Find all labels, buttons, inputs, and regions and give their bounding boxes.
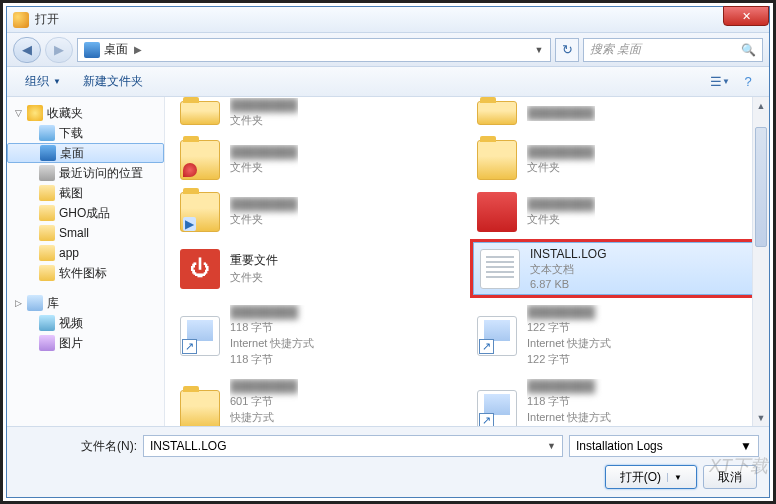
sidebar-item-2[interactable]: 最近访问的位置 [7, 163, 164, 183]
file-type: 文本文档 [530, 262, 606, 277]
filename-dropdown-icon[interactable]: ▼ [547, 441, 556, 451]
doc-icon [480, 249, 520, 289]
media-icon [39, 315, 55, 331]
short-icon [180, 316, 220, 356]
file-name: ████████ [230, 379, 298, 393]
sidebar-item-3[interactable]: 截图 [7, 183, 164, 203]
file-size: 122 字节 [527, 352, 611, 367]
sidebar-item-6[interactable]: app [7, 243, 164, 263]
sidebar-item-1[interactable]: 桌面 [7, 143, 164, 163]
file-type: 118 字节 [527, 394, 611, 409]
file-item[interactable]: ████████ 文件夹 [470, 135, 761, 185]
open-button[interactable]: 打开(O) ▼ [605, 465, 697, 489]
nav-row: ◀ ▶ 桌面 ▶ ▼ ↻ 搜索 桌面 🔍 [7, 33, 769, 67]
sidebar-favorites-header[interactable]: ▽收藏夹 [7, 103, 164, 123]
organize-menu[interactable]: 组织 ▼ [17, 69, 69, 94]
short-icon [477, 316, 517, 356]
file-type: Internet 快捷方式 [230, 336, 314, 351]
file-name: INSTALL.LOG [530, 247, 606, 261]
file-size: 118 字节 [230, 352, 314, 367]
file-item[interactable]: ⏻ 重要文件 文件夹 [173, 239, 464, 298]
folder-icon [180, 390, 220, 426]
file-item[interactable]: ████████ 118 字节 Internet 快捷方式118 字节 [173, 300, 464, 372]
search-input[interactable]: 搜索 桌面 🔍 [583, 38, 763, 62]
chevron-right-icon[interactable]: ▶ [134, 44, 142, 55]
folder-icon [39, 125, 55, 141]
file-item[interactable]: ████████ 118 字节 Internet 快捷方式118 字节 [470, 374, 761, 426]
file-list: ████████ 文件夹 ████████ ████████ 文件夹 █████… [165, 97, 769, 426]
toolbar: 组织 ▼ 新建文件夹 ☰ ▼ ? [7, 67, 769, 97]
close-button[interactable]: ✕ [723, 6, 769, 26]
folder-icon [39, 245, 55, 261]
folder-icon [477, 101, 517, 125]
breadcrumb-location: 桌面 [104, 41, 128, 58]
file-item[interactable]: ████████ 文件夹 [173, 187, 464, 237]
folder-icon [477, 140, 517, 180]
chevron-down-icon: ▼ [53, 77, 61, 86]
file-item[interactable]: ████████ 文件夹 [470, 187, 761, 237]
file-item[interactable]: ████████ 文件夹 [173, 135, 464, 185]
star-icon [27, 105, 43, 121]
sidebar-item-5[interactable]: Small [7, 223, 164, 243]
file-name: ████████ [527, 379, 611, 393]
file-type: 122 字节 [527, 320, 611, 335]
file-item[interactable]: ████████ 601 字节 快捷方式601 字节 [173, 374, 464, 426]
scroll-down-button[interactable]: ▼ [753, 409, 769, 426]
short-icon [477, 390, 517, 426]
sidebar-lib-item-1[interactable]: 图片 [7, 333, 164, 353]
sidebar-item-4[interactable]: GHO成品 [7, 203, 164, 223]
file-name: ████████ [230, 145, 298, 159]
red-icon [477, 192, 517, 232]
sidebar-lib-item-0[interactable]: 视频 [7, 313, 164, 333]
breadcrumb[interactable]: 桌面 ▶ ▼ [77, 38, 551, 62]
file-name: ████████ [230, 305, 314, 319]
file-size: 6.87 KB [530, 278, 606, 290]
file-type-filter[interactable]: Installation Logs ▼ [569, 435, 759, 457]
power-icon: ⏻ [180, 249, 220, 289]
folder-icon [39, 225, 55, 241]
footer: 文件名(N): INSTALL.LOG ▼ Installation Logs … [7, 426, 769, 497]
titlebar: 打开 ✕ [7, 7, 769, 33]
file-name: ████████ [230, 98, 298, 112]
open-split-icon[interactable]: ▼ [667, 473, 682, 482]
refresh-button[interactable]: ↻ [555, 38, 579, 62]
file-name: ████████ [527, 305, 611, 319]
file-type: 文件夹 [230, 270, 278, 285]
scrollbar[interactable]: ▲ ▼ [752, 97, 769, 426]
file-item[interactable]: ████████ [470, 97, 761, 133]
sidebar-item-7[interactable]: 软件图标 [7, 263, 164, 283]
search-icon: 🔍 [741, 43, 756, 57]
file-type: Internet 快捷方式 [527, 336, 611, 351]
folder-icon [180, 101, 220, 125]
folder-icon [40, 145, 56, 161]
file-name: ████████ [527, 197, 595, 211]
scroll-thumb[interactable] [755, 127, 767, 247]
view-options-button[interactable]: ☰ ▼ [709, 71, 731, 93]
new-folder-button[interactable]: 新建文件夹 [75, 69, 151, 94]
sidebar-item-0[interactable]: 下载 [7, 123, 164, 143]
chevron-down-icon: ▼ [740, 439, 752, 453]
file-item[interactable]: ████████ 文件夹 [173, 97, 464, 133]
back-button[interactable]: ◀ [13, 37, 41, 63]
folder-arrow-icon [180, 192, 220, 232]
filename-input[interactable]: INSTALL.LOG ▼ [143, 435, 563, 457]
library-icon [27, 295, 43, 311]
filename-label: 文件名(N): [17, 438, 137, 455]
file-type: 118 字节 [230, 320, 314, 335]
folder-shield-icon [180, 140, 220, 180]
forward-button[interactable]: ▶ [45, 37, 73, 63]
scroll-up-button[interactable]: ▲ [753, 97, 769, 114]
cancel-button[interactable]: 取消 [703, 465, 757, 489]
highlighted-file: INSTALL.LOG 文本文档 6.87 KB [470, 239, 761, 298]
folder-icon [39, 165, 55, 181]
app-icon [13, 12, 29, 28]
folder-icon [39, 205, 55, 221]
file-type: 快捷方式 [230, 410, 298, 425]
help-button[interactable]: ? [737, 71, 759, 93]
search-placeholder: 搜索 桌面 [590, 41, 741, 58]
folder-icon [39, 265, 55, 281]
file-item[interactable]: ████████ 122 字节 Internet 快捷方式122 字节 [470, 300, 761, 372]
breadcrumb-dropdown[interactable]: ▼ [530, 45, 548, 55]
sidebar-libraries-header[interactable]: ▷库 [7, 293, 164, 313]
file-item[interactable]: INSTALL.LOG 文本文档 6.87 KB [473, 242, 758, 295]
